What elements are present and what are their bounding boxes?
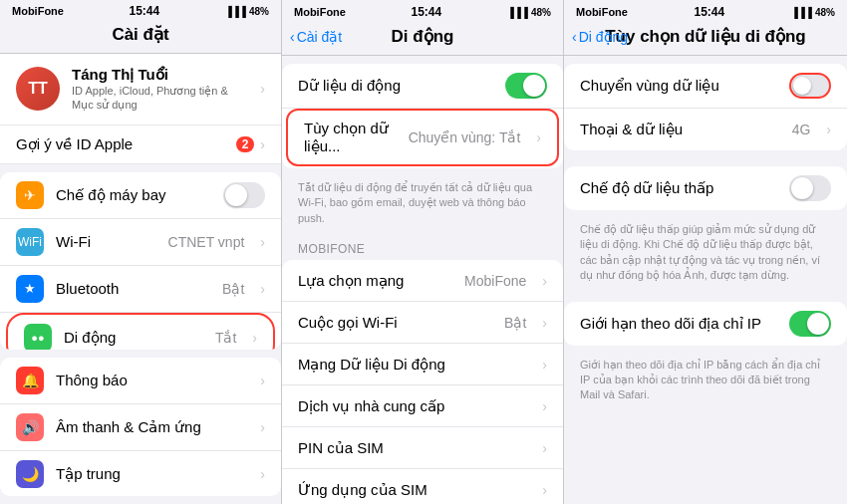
sim-app-item[interactable]: Ứng dụng của SIM › xyxy=(282,469,563,504)
carrier-1: MobiFone xyxy=(12,5,64,17)
low-data-toggle[interactable] xyxy=(789,175,831,201)
tuy-chon-chevron: › xyxy=(536,129,541,145)
mobile-data-network-item[interactable]: Mạng Dữ liệu Di động › xyxy=(282,344,563,385)
notification-icon: 🔔 xyxy=(16,367,44,394)
bluetooth-label: Bluetooth xyxy=(56,280,210,297)
time-1: 15:44 xyxy=(129,4,159,18)
wifi-call-value: Bật xyxy=(504,315,526,331)
divider-2 xyxy=(564,294,847,302)
cellular-icon: ●● xyxy=(24,324,52,350)
nav-header-1: Cài đặt xyxy=(0,20,281,54)
low-data-group: Chế độ dữ liệu thấp xyxy=(564,166,847,210)
voice-data-chevron: › xyxy=(826,122,831,137)
chuyen-vung-label: Chuyển vùng: Tắt xyxy=(409,129,521,145)
provider-service-item[interactable]: Dịch vụ nhà cung cấp › xyxy=(282,385,563,427)
sim-pin-item[interactable]: PIN của SIM › xyxy=(282,427,563,469)
suggestion-row[interactable]: Gợi ý về ID Apple 2 › xyxy=(0,126,281,164)
data-roaming-toggle[interactable] xyxy=(789,73,831,99)
profile-text: Táng Thị Tuổi ID Apple, iCloud, Phương t… xyxy=(72,66,248,113)
data-options-scroll: Chuyển vùng dữ liệu Thoại & dữ liệu 4G ›… xyxy=(564,56,847,504)
network-choice-value: MobiFone xyxy=(464,273,526,289)
back-chevron-2: ‹ xyxy=(290,29,295,45)
wifi-call-item[interactable]: Cuộc gọi Wi-Fi Bật › xyxy=(282,302,563,344)
voice-data-label: Thoại & dữ liệu xyxy=(580,121,780,138)
voice-data-item[interactable]: Thoại & dữ liệu 4G › xyxy=(564,109,847,150)
back-label-2: Cài đặt xyxy=(297,29,343,45)
panel-data-options: MobiFone 15:44 ▐▐▐ 48% ‹ Di động Tùy chọ… xyxy=(564,0,847,504)
sim-app-label: Ứng dụng của SIM xyxy=(298,481,530,499)
airplane-label: Chế độ máy bay xyxy=(56,186,211,204)
low-data-label: Chế độ dữ liệu thấp xyxy=(580,179,777,197)
connectivity-group: ✈ Chế độ máy bay WiFi Wi-Fi CTNET vnpt ›… xyxy=(0,172,281,350)
mobile-data-network-chevron: › xyxy=(542,357,547,373)
bluetooth-chevron: › xyxy=(260,281,265,297)
time-3: 15:44 xyxy=(694,5,724,19)
system-group: 🔔 Thông báo › 🔊 Âm thanh & Cảm ứng › 🌙 T… xyxy=(0,358,281,496)
profile-section[interactable]: TT Táng Thị Tuổi ID Apple, iCloud, Phươn… xyxy=(0,54,281,126)
battery-icon-1: 48% xyxy=(249,6,269,17)
focus-label: Tập trung xyxy=(56,465,248,483)
back-button-3[interactable]: ‹ Di động xyxy=(572,29,628,45)
low-data-item[interactable]: Chế độ dữ liệu thấp xyxy=(564,166,847,210)
status-bar-3: MobiFone 15:44 ▐▐▐ 48% xyxy=(564,0,847,22)
sound-chevron: › xyxy=(260,419,265,435)
battery-icon-2: 48% xyxy=(531,7,551,18)
tuy-chon-label: Tùy chọn dữ liệu... xyxy=(304,120,397,155)
bluetooth-icon: ★ xyxy=(16,275,44,303)
wifi-chevron: › xyxy=(260,234,265,250)
data-roaming-label: Chuyển vùng dữ liệu xyxy=(580,77,777,95)
divider-1 xyxy=(564,158,847,166)
data-toggle-group: Dữ liệu di động Tùy chọn dữ liệu... Chuy… xyxy=(282,64,563,168)
wifi-item[interactable]: WiFi Wi-Fi CTNET vnpt › xyxy=(0,219,281,266)
page-title-2: Di động xyxy=(392,26,454,47)
data-info-text: Tắt dữ liệu di động để truyền tất cả dữ … xyxy=(282,176,563,234)
profile-sub: ID Apple, iCloud, Phương tiện &Mục sử dụ… xyxy=(72,84,248,113)
sound-item[interactable]: 🔊 Âm thanh & Cảm ứng › xyxy=(0,404,281,451)
panel-settings: MobiFone 15:44 ▐▐▐ 48% Cài đặt TT Táng T… xyxy=(0,0,282,504)
network-choice-label: Lựa chọn mạng xyxy=(298,272,452,290)
focus-icon: 🌙 xyxy=(16,460,44,488)
ip-limit-group: Giới hạn theo dõi địa chỉ IP xyxy=(564,302,847,346)
ip-limit-description: Giới hạn theo dõi địa chỉ IP bằng cách ẩ… xyxy=(564,354,847,413)
bluetooth-item[interactable]: ★ Bluetooth Bật › xyxy=(0,266,281,313)
wifi-value: CTNET vnpt xyxy=(168,234,245,250)
sim-pin-chevron: › xyxy=(542,440,547,456)
data-roaming-item[interactable]: Chuyển vùng dữ liệu xyxy=(564,64,847,109)
wifi-icon: WiFi xyxy=(16,228,44,256)
data-mobile-toggle[interactable] xyxy=(505,73,547,99)
right-icons-3: ▐▐▐ 48% xyxy=(791,7,835,18)
wifi-call-label: Cuộc gọi Wi-Fi xyxy=(298,314,492,332)
provider-service-chevron: › xyxy=(542,398,547,414)
voice-data-value: 4G xyxy=(792,122,811,137)
status-bar-1: MobiFone 15:44 ▐▐▐ 48% xyxy=(0,0,281,20)
back-button-2[interactable]: ‹ Cài đặt xyxy=(290,29,342,45)
cellular-scroll: Dữ liệu di động Tùy chọn dữ liệu... Chuy… xyxy=(282,56,563,504)
profile-name: Táng Thị Tuổi xyxy=(72,66,248,84)
notification-label: Thông báo xyxy=(56,372,248,388)
cellular-value: Tắt xyxy=(215,330,236,346)
network-choice-chevron: › xyxy=(542,273,547,289)
network-choice-item[interactable]: Lựa chọn mạng MobiFone › xyxy=(282,260,563,302)
panel-cellular: MobiFone 15:44 ▐▐▐ 48% ‹ Cài đặt Di động… xyxy=(282,0,564,504)
focus-item[interactable]: 🌙 Tập trung › xyxy=(0,451,281,496)
data-mobile-toggle-item[interactable]: Dữ liệu di động xyxy=(282,64,563,109)
airplane-toggle[interactable] xyxy=(223,182,265,208)
cellular-chevron: › xyxy=(252,330,257,346)
ip-limit-toggle[interactable] xyxy=(789,311,831,337)
tuy-chon-item[interactable]: Tùy chọn dữ liệu... Chuyển vùng: Tắt › xyxy=(286,109,559,166)
page-title-3: Tùy chọn dữ liệu di động xyxy=(605,26,806,47)
bluetooth-value: Bật xyxy=(222,281,244,297)
cellular-label: Di động xyxy=(64,329,203,347)
sound-label: Âm thanh & Cảm ứng xyxy=(56,418,248,436)
notification-item[interactable]: 🔔 Thông báo › xyxy=(0,358,281,404)
cellular-item[interactable]: ●● Di động Tắt › xyxy=(6,313,275,350)
ip-limit-item[interactable]: Giới hạn theo dõi địa chỉ IP xyxy=(564,302,847,346)
notification-chevron: › xyxy=(260,373,265,388)
mobile-data-network-label: Mạng Dữ liệu Di động xyxy=(298,356,530,374)
sim-pin-label: PIN của SIM xyxy=(298,439,530,457)
mobifone-group: Lựa chọn mạng MobiFone › Cuộc gọi Wi-Fi … xyxy=(282,260,563,504)
back-chevron-3: ‹ xyxy=(572,29,577,45)
data-mobile-label: Dữ liệu di động xyxy=(298,77,493,95)
airplane-item[interactable]: ✈ Chế độ máy bay xyxy=(0,172,281,219)
nav-header-2: ‹ Cài đặt Di động xyxy=(282,22,563,56)
